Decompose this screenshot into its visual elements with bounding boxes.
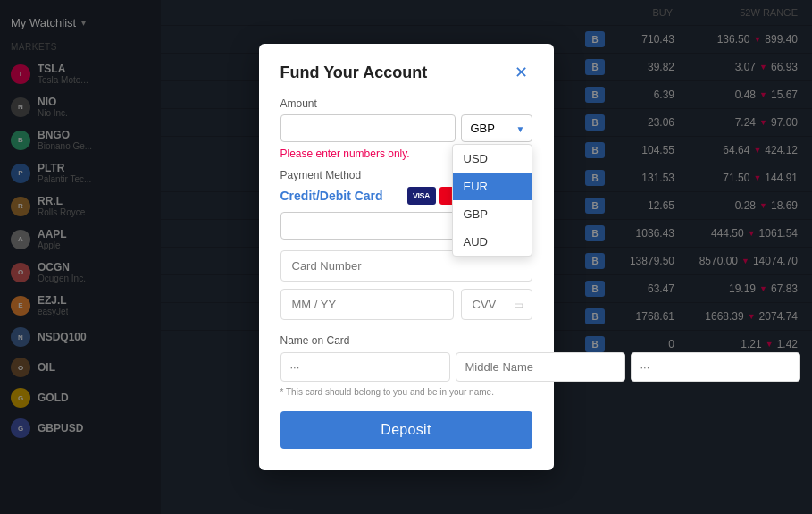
payment-method-text: Credit/Debit Card [280, 189, 383, 203]
currency-select[interactable]: GBP USD EUR AUD [461, 114, 532, 142]
card-details-row: ▭ [280, 289, 532, 320]
card-disclaimer: * This card should belong to you and be … [280, 387, 532, 397]
visa-icon: VISA [407, 187, 436, 205]
amount-label: Amount [280, 97, 532, 110]
currency-select-wrapper: GBP USD EUR AUD ▼ USD EUR GBP AUD [461, 114, 532, 142]
name-row [280, 352, 532, 382]
modal-title: Fund Your Account [280, 63, 428, 82]
modal-overlay: Fund Your Account ✕ Amount GBP USD EUR A… [0, 0, 812, 514]
fund-account-modal: Fund Your Account ✕ Amount GBP USD EUR A… [259, 44, 554, 470]
currency-option-eur[interactable]: EUR [453, 173, 532, 200]
amount-row: GBP USD EUR AUD ▼ USD EUR GBP AUD [280, 114, 532, 142]
middle-name-input[interactable] [456, 352, 625, 382]
last-name-input[interactable] [631, 352, 800, 382]
cvv-wrapper: ▭ [461, 289, 532, 320]
deposit-button[interactable]: Deposit [280, 411, 532, 449]
currency-dropdown: USD EUR GBP AUD [452, 144, 532, 257]
amount-input[interactable] [280, 114, 456, 142]
close-button[interactable]: ✕ [511, 62, 532, 83]
modal-header: Fund Your Account ✕ [280, 62, 532, 83]
first-name-input[interactable] [280, 352, 450, 382]
currency-option-aud[interactable]: AUD [453, 228, 532, 256]
name-on-card-label: Name on Card [280, 334, 532, 347]
card-icon: ▭ [514, 299, 523, 311]
currency-option-usd[interactable]: USD [453, 145, 532, 173]
card-expiry-input[interactable] [280, 289, 454, 320]
currency-option-gbp[interactable]: GBP [453, 200, 532, 228]
